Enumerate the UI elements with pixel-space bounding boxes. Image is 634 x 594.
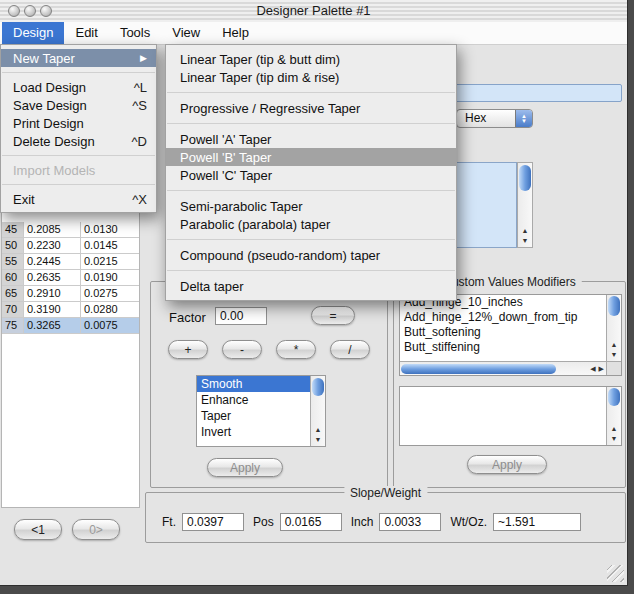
close-button[interactable] [8, 5, 20, 17]
menu-item-compound-pseudo-random-taper[interactable]: Compound (pseudo-random) taper [166, 246, 456, 264]
calculator-group: Factor = +-*/ SmoothEnhanceTaperInvert ▲… [150, 281, 388, 488]
table-row[interactable]: 550.24450.0215 [2, 254, 139, 270]
scrollbar-arrows: ◀▶ [590, 363, 604, 375]
operator-minus-button[interactable]: - [222, 340, 262, 359]
scroll-right-icon[interactable]: ▶ [599, 365, 604, 373]
calculator-apply-button[interactable]: Apply [207, 458, 283, 477]
menu-item-powell-c-taper[interactable]: Powell 'C' Taper [166, 166, 456, 184]
modifiers-secondary-list[interactable]: ▲▼ [399, 386, 622, 446]
scrollbar-thumb[interactable] [608, 388, 620, 406]
scroll-up-icon[interactable]: ▲ [611, 340, 618, 350]
equals-button[interactable]: = [311, 306, 355, 325]
menu-item-powell-a-taper[interactable]: Powell 'A' Taper [166, 130, 456, 148]
minimize-button[interactable] [24, 5, 36, 17]
modifiers-apply-button[interactable]: Apply [467, 455, 547, 474]
resize-grip[interactable] [607, 565, 624, 582]
scrollbar-arrows: ▲▼ [518, 226, 532, 246]
dim-cell: 0.2910 [24, 286, 81, 301]
function-item-smooth[interactable]: Smooth [197, 376, 310, 392]
menu-item-linear-taper-tip-butt-dim[interactable]: Linear Taper (tip & butt dim) [166, 50, 456, 68]
table-row[interactable]: 600.26350.0190 [2, 270, 139, 286]
zoom-button[interactable] [40, 5, 52, 17]
table-row[interactable]: 500.22300.0145 [2, 238, 139, 254]
modifiers-list-items: Add_hinge_10_inchesAdd_hinge_12%_down_fr… [400, 295, 606, 361]
page-prev-button[interactable]: <1 [14, 519, 62, 540]
inch-value: 0.0033 [379, 513, 441, 531]
menu-item-new-taper[interactable]: New Taper▶ [1, 49, 156, 67]
table-row[interactable]: 450.20850.0130 [2, 222, 139, 238]
menu-item-delta-taper[interactable]: Delta taper [166, 277, 456, 295]
menu-item-powell-b-taper[interactable]: Powell 'B' Taper [166, 148, 456, 166]
scroll-up-icon[interactable]: ▲ [522, 226, 529, 236]
modifier-item-butt-softening[interactable]: Butt_softening [400, 325, 606, 340]
cross-section-combo-value: Hex [457, 110, 515, 127]
wt-oz-value: ~1.591 [493, 513, 581, 531]
operator-plus-button[interactable]: + [168, 340, 208, 359]
modifier-item-add-hinge-12-down-from-tip[interactable]: Add_hinge_12%_down_from_tip [400, 310, 606, 325]
operator-divide-button[interactable]: / [330, 340, 370, 359]
menu-item-print-design[interactable]: Print Design [1, 114, 156, 132]
table-row[interactable]: 650.29100.0275 [2, 286, 139, 302]
menu-item-parabolic-parabola-taper[interactable]: Parabolic (parabola) taper [166, 215, 456, 233]
menu-edit[interactable]: Edit [64, 22, 108, 44]
slope-weight-group: Slope/Weight Ft.0.0397Pos0.0165Inch0.003… [145, 492, 626, 543]
menu-item-progressive-regressive-taper[interactable]: Progressive / Regressive Taper [166, 99, 456, 117]
station-cell: 50 [2, 238, 24, 253]
scroll-down-icon[interactable]: ▼ [611, 434, 618, 444]
function-list[interactable]: SmoothEnhanceTaperInvert ▲▼ [196, 375, 326, 447]
modifiers-list-hscrollbar[interactable]: ◀▶ [400, 361, 606, 375]
delta-cell: 0.0075 [81, 318, 139, 333]
delta-cell: 0.0280 [81, 302, 139, 317]
scroll-down-icon[interactable]: ▼ [611, 350, 618, 360]
menu-help[interactable]: Help [211, 22, 260, 44]
slope-field-inch: Inch0.0033 [351, 513, 442, 531]
desktop: Designer Palette #1 DesignEditToolsViewH… [0, 0, 634, 594]
page-next-button[interactable]: 0> [72, 519, 120, 540]
factor-input[interactable] [215, 307, 267, 325]
operator-multiply-button[interactable]: * [276, 340, 316, 359]
scroll-left-icon[interactable]: ◀ [590, 365, 595, 373]
station-cell: 65 [2, 286, 24, 301]
window-title: Designer Palette #1 [0, 0, 627, 22]
menu-item-save-design[interactable]: Save Design^S [1, 96, 156, 114]
app-window: Designer Palette #1 DesignEditToolsViewH… [0, 0, 628, 586]
menu-item-semi-parabolic-taper[interactable]: Semi-parabolic Taper [166, 197, 456, 215]
scroll-down-icon[interactable]: ▼ [315, 435, 322, 445]
modifiers-list[interactable]: Add_hinge_10_inchesAdd_hinge_12%_down_fr… [399, 294, 622, 376]
notes-scrollbar[interactable]: ▲▼ [517, 162, 533, 248]
function-item-invert[interactable]: Invert [197, 424, 310, 440]
menu-design[interactable]: Design [2, 22, 64, 44]
dim-cell: 0.2230 [24, 238, 81, 253]
cross-section-combo[interactable]: Hex ▲▼ [456, 109, 533, 128]
modifiers-list-vscrollbar[interactable]: ▲▼ [606, 295, 621, 361]
modifier-item-butt-stiffening[interactable]: Butt_stiffening [400, 340, 606, 355]
menu-item-load-design[interactable]: Load Design^L [1, 78, 156, 96]
scroll-down-icon[interactable]: ▼ [522, 236, 529, 246]
menu-item-import-models[interactable]: Import Models [1, 161, 156, 179]
scroll-up-icon[interactable]: ▲ [315, 425, 322, 435]
scrollbar-thumb[interactable] [401, 364, 556, 374]
scroll-up-icon[interactable]: ▲ [611, 424, 618, 434]
scrollbar-thumb[interactable] [519, 165, 531, 191]
title-bar[interactable]: Designer Palette #1 [0, 0, 627, 23]
station-table-rows: 450.20850.0130500.22300.0145550.24450.02… [2, 222, 139, 334]
delta-cell: 0.0145 [81, 238, 139, 253]
factor-label: Factor [169, 310, 206, 325]
menu-view[interactable]: View [161, 22, 211, 44]
scrollbar-thumb[interactable] [608, 296, 620, 316]
menu-item-delete-design[interactable]: Delete Design^D [1, 132, 156, 150]
slope-weight-title: Slope/Weight [344, 486, 427, 500]
scrollbar-thumb[interactable] [312, 378, 324, 396]
function-item-enhance[interactable]: Enhance [197, 392, 310, 408]
function-item-taper[interactable]: Taper [197, 408, 310, 424]
menu-item-exit[interactable]: Exit^X [1, 190, 156, 208]
function-list-scrollbar[interactable]: ▲▼ [310, 376, 325, 446]
table-row[interactable]: 750.32650.0075 [2, 318, 139, 334]
station-cell: 60 [2, 270, 24, 285]
menu-separator [166, 264, 456, 277]
table-row[interactable]: 700.31900.0280 [2, 302, 139, 318]
menu-tools[interactable]: Tools [109, 22, 161, 44]
design-menu: New Taper▶Load Design^LSave Design^SPrin… [0, 44, 157, 213]
menu-item-linear-taper-tip-dim-rise[interactable]: Linear Taper (tip dim & rise) [166, 68, 456, 86]
secondary-list-scrollbar[interactable]: ▲▼ [606, 387, 621, 445]
